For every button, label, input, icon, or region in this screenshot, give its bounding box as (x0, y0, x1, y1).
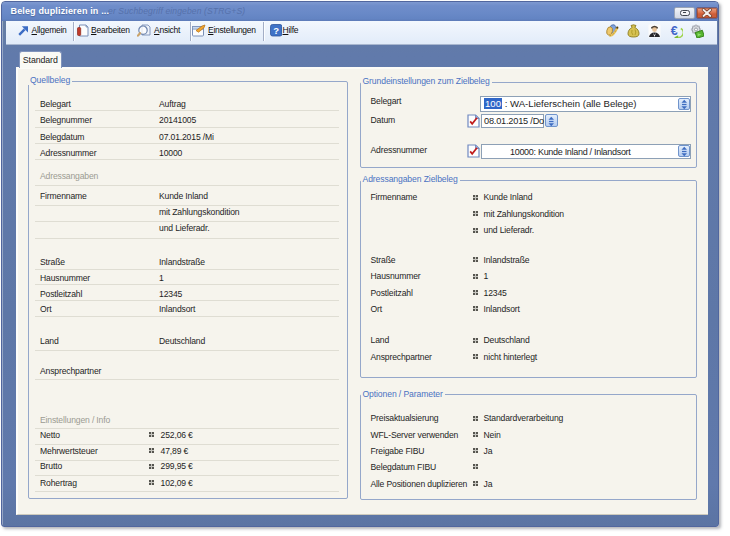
svg-text:?: ? (273, 25, 279, 36)
svg-text:€: € (671, 24, 678, 38)
